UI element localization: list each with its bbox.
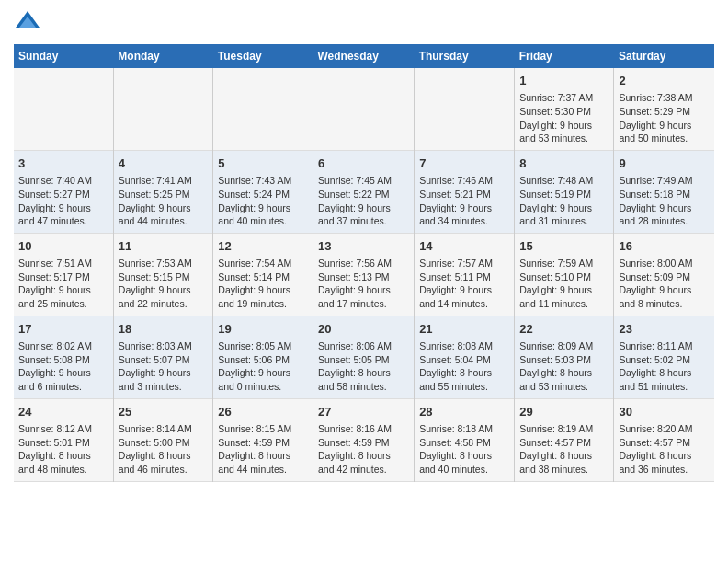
day-info: Sunrise: 8:11 AM Sunset: 5:02 PM Dayligh… [619,339,710,394]
day-info: Sunrise: 7:56 AM Sunset: 5:13 PM Dayligh… [318,257,409,311]
day-number: 8 [519,155,609,172]
day-number: 13 [318,238,409,255]
day-info: Sunrise: 8:19 AM Sunset: 4:57 PM Dayligh… [519,422,609,477]
calendar-cell [313,68,414,150]
day-number: 12 [218,238,308,255]
day-header-sunday: Sunday [14,44,113,68]
day-header-monday: Monday [113,44,212,68]
day-number: 14 [419,238,509,255]
calendar-cell: 30Sunrise: 8:20 AM Sunset: 4:57 PM Dayli… [614,398,714,481]
day-info: Sunrise: 7:49 AM Sunset: 5:18 PM Dayligh… [619,174,710,228]
day-number: 4 [119,155,208,172]
calendar-cell: 13Sunrise: 7:56 AM Sunset: 5:13 PM Dayli… [313,233,414,316]
day-number: 21 [419,321,509,338]
calendar-cell: 17Sunrise: 8:02 AM Sunset: 5:08 PM Dayli… [14,316,113,398]
calendar-cell: 24Sunrise: 8:12 AM Sunset: 5:01 PM Dayli… [14,398,113,481]
day-number: 15 [519,238,609,255]
calendar-cell: 5Sunrise: 7:43 AM Sunset: 5:24 PM Daylig… [213,150,313,233]
calendar-cell [213,68,313,150]
day-number: 24 [18,404,108,420]
day-info: Sunrise: 7:57 AM Sunset: 5:11 PM Dayligh… [419,257,509,311]
day-number: 22 [519,321,609,338]
day-info: Sunrise: 8:09 AM Sunset: 5:03 PM Dayligh… [519,339,609,394]
calendar-cell: 25Sunrise: 8:14 AM Sunset: 5:00 PM Dayli… [113,398,212,481]
logo [14,9,45,37]
day-number: 27 [318,404,409,420]
calendar-cell: 19Sunrise: 8:05 AM Sunset: 5:06 PM Dayli… [213,316,313,398]
calendar-cell: 11Sunrise: 7:53 AM Sunset: 5:15 PM Dayli… [113,233,212,316]
calendar-cell: 15Sunrise: 7:59 AM Sunset: 5:10 PM Dayli… [515,233,614,316]
day-info: Sunrise: 7:43 AM Sunset: 5:24 PM Dayligh… [218,174,308,228]
day-info: Sunrise: 7:38 AM Sunset: 5:29 PM Dayligh… [619,91,710,145]
day-info: Sunrise: 8:20 AM Sunset: 4:57 PM Dayligh… [619,422,710,477]
day-info: Sunrise: 7:51 AM Sunset: 5:17 PM Dayligh… [18,257,108,311]
day-number: 11 [119,238,208,255]
calendar-cell: 27Sunrise: 8:16 AM Sunset: 4:59 PM Dayli… [313,398,414,481]
calendar-cell: 26Sunrise: 8:15 AM Sunset: 4:59 PM Dayli… [213,398,313,481]
calendar-cell: 1Sunrise: 7:37 AM Sunset: 5:30 PM Daylig… [515,68,614,150]
day-info: Sunrise: 8:02 AM Sunset: 5:08 PM Dayligh… [18,339,108,394]
calendar-cell: 23Sunrise: 8:11 AM Sunset: 5:02 PM Dayli… [614,316,714,398]
calendar-cell: 20Sunrise: 8:06 AM Sunset: 5:05 PM Dayli… [313,316,414,398]
day-header-saturday: Saturday [614,44,714,68]
day-info: Sunrise: 8:08 AM Sunset: 5:04 PM Dayligh… [419,339,509,394]
calendar-table: SundayMondayTuesdayWednesdayThursdayFrid… [14,44,714,482]
day-number: 30 [619,404,710,420]
calendar-cell: 28Sunrise: 8:18 AM Sunset: 4:58 PM Dayli… [415,398,515,481]
day-info: Sunrise: 7:59 AM Sunset: 5:10 PM Dayligh… [519,257,609,311]
day-info: Sunrise: 8:03 AM Sunset: 5:07 PM Dayligh… [119,339,208,394]
day-info: Sunrise: 7:48 AM Sunset: 5:19 PM Dayligh… [519,174,609,228]
day-header-thursday: Thursday [415,44,515,68]
day-number: 28 [419,404,509,420]
calendar-cell [113,68,212,150]
day-info: Sunrise: 7:54 AM Sunset: 5:14 PM Dayligh… [218,257,308,311]
day-number: 25 [119,404,208,420]
day-number: 9 [619,155,710,172]
calendar-week-row: 24Sunrise: 8:12 AM Sunset: 5:01 PM Dayli… [14,398,714,481]
day-info: Sunrise: 8:16 AM Sunset: 4:59 PM Dayligh… [318,422,409,477]
calendar-cell: 6Sunrise: 7:45 AM Sunset: 5:22 PM Daylig… [313,150,414,233]
day-number: 23 [619,321,710,338]
calendar-week-row: 10Sunrise: 7:51 AM Sunset: 5:17 PM Dayli… [14,233,714,316]
day-info: Sunrise: 7:46 AM Sunset: 5:21 PM Dayligh… [419,174,509,228]
calendar-cell: 2Sunrise: 7:38 AM Sunset: 5:29 PM Daylig… [614,68,714,150]
day-info: Sunrise: 8:15 AM Sunset: 4:59 PM Dayligh… [218,422,308,477]
calendar-cell: 16Sunrise: 8:00 AM Sunset: 5:09 PM Dayli… [614,233,714,316]
calendar-cell: 12Sunrise: 7:54 AM Sunset: 5:14 PM Dayli… [213,233,313,316]
day-header-wednesday: Wednesday [313,44,414,68]
calendar-cell: 22Sunrise: 8:09 AM Sunset: 5:03 PM Dayli… [515,316,614,398]
calendar-week-row: 1Sunrise: 7:37 AM Sunset: 5:30 PM Daylig… [14,68,714,150]
logo-icon [14,9,41,37]
calendar-cell: 7Sunrise: 7:46 AM Sunset: 5:21 PM Daylig… [415,150,515,233]
day-info: Sunrise: 7:40 AM Sunset: 5:27 PM Dayligh… [18,174,108,228]
day-number: 5 [218,155,308,172]
calendar-cell: 8Sunrise: 7:48 AM Sunset: 5:19 PM Daylig… [515,150,614,233]
day-number: 7 [419,155,509,172]
day-number: 1 [519,73,609,89]
day-number: 20 [318,321,409,338]
calendar-cell [14,68,113,150]
calendar-header-row: SundayMondayTuesdayWednesdayThursdayFrid… [14,44,714,68]
header [14,9,714,37]
day-number: 6 [318,155,409,172]
day-number: 19 [218,321,308,338]
day-info: Sunrise: 7:45 AM Sunset: 5:22 PM Dayligh… [318,174,409,228]
day-number: 17 [18,321,108,338]
day-number: 16 [619,238,710,255]
day-info: Sunrise: 8:06 AM Sunset: 5:05 PM Dayligh… [318,339,409,394]
day-number: 18 [119,321,208,338]
calendar-cell [415,68,515,150]
day-number: 3 [18,155,108,172]
day-info: Sunrise: 8:12 AM Sunset: 5:01 PM Dayligh… [18,422,108,477]
day-info: Sunrise: 7:37 AM Sunset: 5:30 PM Dayligh… [519,91,609,145]
day-info: Sunrise: 8:05 AM Sunset: 5:06 PM Dayligh… [218,339,308,394]
day-info: Sunrise: 7:41 AM Sunset: 5:25 PM Dayligh… [119,174,208,228]
calendar-cell: 3Sunrise: 7:40 AM Sunset: 5:27 PM Daylig… [14,150,113,233]
day-info: Sunrise: 8:18 AM Sunset: 4:58 PM Dayligh… [419,422,509,477]
day-header-friday: Friday [515,44,614,68]
day-number: 10 [18,238,108,255]
main-container: SundayMondayTuesdayWednesdayThursdayFrid… [0,0,728,491]
day-number: 29 [519,404,609,420]
calendar-cell: 4Sunrise: 7:41 AM Sunset: 5:25 PM Daylig… [113,150,212,233]
day-header-tuesday: Tuesday [213,44,313,68]
